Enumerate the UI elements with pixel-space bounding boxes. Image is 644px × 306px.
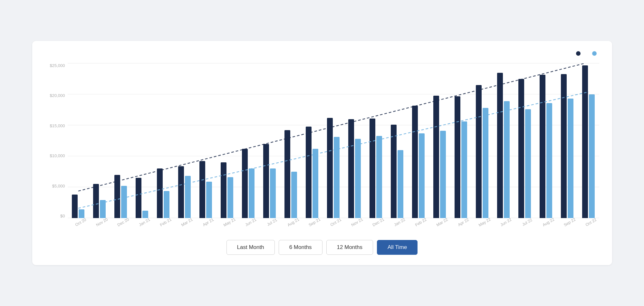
bar-net bbox=[355, 139, 361, 218]
bar-net bbox=[525, 109, 531, 218]
bar-net bbox=[164, 191, 169, 218]
bar-group bbox=[344, 63, 365, 218]
bar-group bbox=[472, 63, 493, 218]
gross-revenue-dot bbox=[576, 51, 581, 56]
bar-net bbox=[121, 186, 127, 218]
earnings-card: $0$5,000$10,000$15,000$20,000$25,000 Oct… bbox=[32, 41, 612, 265]
chart-legend bbox=[576, 51, 599, 56]
bar-gross bbox=[348, 119, 354, 218]
bar-net bbox=[461, 121, 467, 218]
bar-gross bbox=[178, 166, 184, 218]
bar-gross bbox=[306, 127, 312, 218]
x-axis: Oct 20Nov 20Dec 20Jan 21Feb 21Mar 21Apr … bbox=[68, 218, 599, 231]
bar-net bbox=[249, 168, 255, 218]
y-axis-label: $0 bbox=[45, 214, 68, 218]
bar-group bbox=[195, 63, 216, 218]
bar-net bbox=[398, 150, 403, 218]
bar-group bbox=[365, 63, 387, 218]
bar-net bbox=[206, 182, 212, 218]
bar-gross bbox=[199, 161, 205, 218]
y-axis-label: $20,000 bbox=[45, 93, 68, 98]
bar-net bbox=[546, 103, 552, 218]
y-axis-label: $5,000 bbox=[45, 184, 68, 188]
bar-group bbox=[429, 63, 450, 218]
filter-button-6-months[interactable]: 6 Months bbox=[279, 240, 322, 255]
bar-gross bbox=[136, 178, 141, 218]
y-axis-label: $15,000 bbox=[45, 124, 68, 128]
bar-group bbox=[68, 63, 89, 218]
bar-group bbox=[323, 63, 344, 218]
bars-container bbox=[68, 63, 599, 218]
bar-group bbox=[280, 63, 302, 218]
bar-group bbox=[557, 63, 578, 218]
legend-gross bbox=[576, 51, 583, 56]
bar-gross bbox=[370, 119, 375, 218]
bar-group bbox=[110, 63, 131, 218]
bar-group bbox=[174, 63, 195, 218]
bar-group bbox=[493, 63, 514, 218]
bar-net bbox=[270, 168, 276, 218]
bar-group bbox=[153, 63, 174, 218]
filter-button-12-months[interactable]: 12 Months bbox=[326, 240, 373, 255]
bar-gross bbox=[518, 79, 524, 218]
bar-group bbox=[302, 63, 323, 218]
bar-group bbox=[238, 63, 259, 218]
bar-gross bbox=[242, 149, 248, 218]
bar-gross bbox=[221, 162, 226, 218]
bar-net bbox=[291, 172, 297, 218]
bar-net bbox=[227, 177, 233, 218]
bar-gross bbox=[72, 195, 78, 218]
bar-gross bbox=[412, 106, 418, 218]
bar-gross bbox=[582, 65, 588, 218]
bar-group bbox=[578, 63, 599, 218]
legend-net bbox=[592, 51, 599, 56]
bar-gross bbox=[433, 96, 439, 218]
bar-net bbox=[589, 94, 595, 218]
bar-gross bbox=[455, 96, 460, 218]
bar-group bbox=[514, 63, 535, 218]
bar-gross bbox=[114, 175, 120, 218]
bar-net bbox=[185, 176, 191, 218]
bar-net bbox=[483, 108, 488, 218]
bar-net bbox=[419, 133, 425, 218]
bar-group bbox=[216, 63, 238, 218]
chart-inner bbox=[68, 63, 599, 218]
bar-gross bbox=[263, 144, 269, 218]
bar-gross bbox=[157, 168, 163, 218]
chart-area: $0$5,000$10,000$15,000$20,000$25,000 Oct… bbox=[45, 63, 599, 231]
bar-net bbox=[312, 149, 318, 218]
y-axis-label: $25,000 bbox=[45, 63, 68, 68]
bar-net bbox=[334, 137, 340, 218]
bar-group bbox=[131, 63, 153, 218]
bar-group bbox=[535, 63, 557, 218]
y-axis-label: $10,000 bbox=[45, 154, 68, 158]
bar-group bbox=[408, 63, 429, 218]
bar-gross bbox=[497, 73, 503, 218]
bar-gross bbox=[284, 130, 290, 218]
bar-gross bbox=[327, 118, 333, 218]
bar-gross bbox=[561, 74, 567, 218]
bar-net bbox=[568, 99, 573, 218]
filter-button-last-month[interactable]: Last Month bbox=[226, 240, 275, 255]
filter-button-all-time[interactable]: All Time bbox=[377, 240, 418, 255]
bar-gross bbox=[391, 125, 397, 218]
bar-net bbox=[376, 136, 382, 218]
bar-group bbox=[259, 63, 280, 218]
bar-group bbox=[450, 63, 472, 218]
card-header bbox=[45, 51, 599, 56]
filter-buttons: Last Month6 Months12 MonthsAll Time bbox=[45, 240, 599, 255]
bar-group bbox=[89, 63, 110, 218]
bar-net bbox=[440, 131, 446, 218]
bar-group bbox=[387, 63, 408, 218]
bar-net bbox=[504, 101, 510, 218]
net-profit-dot bbox=[592, 51, 597, 56]
bar-gross bbox=[540, 75, 545, 218]
bar-gross bbox=[476, 85, 482, 218]
bar-gross bbox=[93, 184, 99, 218]
y-axis: $0$5,000$10,000$15,000$20,000$25,000 bbox=[45, 63, 68, 218]
